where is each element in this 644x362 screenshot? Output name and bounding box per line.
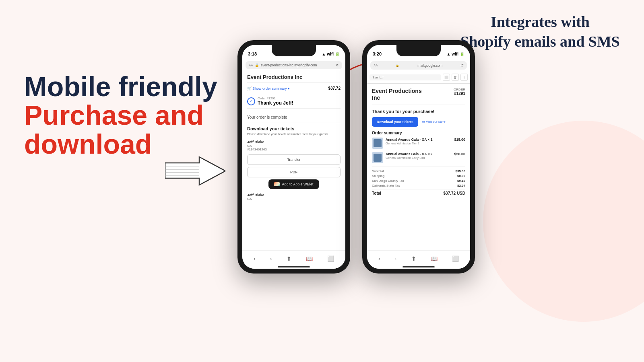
email-header: 'Event...' ⬜ 🗑 ⋮ <box>367 71 470 84</box>
item-price-2: $20.00 <box>454 152 465 156</box>
forward-btn-2[interactable]: › <box>395 255 397 262</box>
forward-btn-1[interactable]: › <box>270 255 272 262</box>
heading-line2: Purchase and <box>24 101 250 130</box>
wallet-icon <box>274 182 280 186</box>
wifi-icon-2: wifi <box>452 52 458 56</box>
order-info: Order #1291 Thank you Jeff! <box>258 97 293 106</box>
tax2-row: California State Tax $2.54 <box>372 184 465 187</box>
aa-text-2: AA <box>374 64 378 67</box>
holder-ticket-1: #1943461263 <box>247 148 341 151</box>
more-btn[interactable]: ⋮ <box>460 74 468 81</box>
bookmarks-btn-1[interactable]: 📖 <box>306 255 313 262</box>
wifi-icon: wifi <box>327 52 334 56</box>
url-bar-2[interactable]: AA 🔒 mail.google.com ↺ <box>370 61 467 70</box>
url-text-2: mail.google.com <box>417 64 442 68</box>
email-thank-you: Thank you for your purchase! <box>372 109 465 114</box>
visit-store-link[interactable]: or Visit our store <box>422 120 446 123</box>
order-item-1: Annual Awards Gala - GA × 1 General Admi… <box>372 138 465 149</box>
order-summary-link[interactable]: 🛒 Show order summary ▾ <box>247 86 290 90</box>
status-time-1: 3:18 <box>248 51 257 56</box>
email-body: Event Productions Inc ORDER #1291 Thank … <box>367 84 470 250</box>
ticket-buttons: Transfer PDF Add to Apple Wallet <box>247 154 341 189</box>
phone-screen-1: 3:18 ▲ wifi 🔋 AA 🔒 event-productions-inc… <box>242 45 345 269</box>
battery-icon-2: 🔋 <box>460 52 464 56</box>
bg-decoration <box>483 121 644 322</box>
share-btn-2[interactable]: ⬆ <box>411 255 416 262</box>
status-icons-1: ▲ wifi 🔋 <box>322 52 340 56</box>
handwriting-line1: Integrates with <box>491 13 590 30</box>
tax1-row: San Diego County Tax $0.18 <box>372 179 465 183</box>
holder-tier-1: GA <box>247 144 341 148</box>
email-brand-header: Event Productions Inc ORDER #1291 <box>372 88 465 105</box>
archive-btn[interactable]: ⬜ <box>443 74 450 81</box>
url-text-1: event-productions-inc.myshopify.com <box>261 63 317 67</box>
bookmarks-btn-2[interactable]: 📖 <box>431 255 438 262</box>
order-summary-row: 🛒 Show order summary ▾ $37.72 <box>247 86 341 90</box>
back-btn-1[interactable]: ‹ <box>254 255 256 262</box>
item-tier-1: General Admission Tier 2 <box>386 142 452 145</box>
arrow-icon <box>165 155 225 189</box>
lock-icon-2: 🔒 <box>396 64 399 67</box>
status-time-2: 3:20 <box>373 51 382 56</box>
holder-name-2: Jeff Blake GA <box>247 193 341 201</box>
order-item-2: Annual Awards Gala - GA × 2 General Admi… <box>372 152 465 163</box>
order-label: ORDER <box>454 88 465 91</box>
item-details-1: Annual Awards Gala - GA × 1 General Admi… <box>386 138 452 145</box>
lock-icon-1: 🔒 <box>255 63 259 67</box>
delete-btn[interactable]: 🗑 <box>452 74 459 81</box>
bottom-nav-1: ‹ › ⬆ 📖 ⬜ <box>242 250 345 266</box>
phone-screen-2: 3:20 ▲ wifi 🔋 AA 🔒 mail.google.com ↺ 'Ev… <box>367 45 470 269</box>
order-confirmed: ✓ Order #1291 Thank you Jeff! <box>247 94 341 109</box>
total-row: Total $37.72 USD <box>372 189 465 195</box>
order-summary-title: Order summary <box>372 131 465 135</box>
phones-container: 3:18 ▲ wifi 🔋 AA 🔒 event-productions-inc… <box>237 40 475 274</box>
thank-you-1: Thank you Jeff! <box>258 100 293 106</box>
share-btn-1[interactable]: ⬆ <box>287 255 291 262</box>
shop-header-1: Event Productions Inc <box>247 74 341 83</box>
email-subject[interactable]: 'Event...' <box>369 74 441 80</box>
download-tickets-button[interactable]: Download your tickets <box>372 117 418 127</box>
url-bar-1[interactable]: AA 🔒 event-productions-inc.myshopify.com… <box>246 61 342 69</box>
heading-line1: Mobile friendly <box>24 72 250 101</box>
email-order-num: #1291 <box>454 91 465 96</box>
signal-icon-2: ▲ <box>446 52 450 56</box>
item-thumb-2 <box>372 152 383 163</box>
check-circle: ✓ <box>247 97 255 105</box>
item-name-2: Annual Awards Gala - GA × 2 <box>386 152 452 156</box>
phone-notch-2 <box>396 45 441 56</box>
pdf-button[interactable]: PDF <box>247 167 341 177</box>
tabs-btn-1[interactable]: ⬜ <box>327 255 334 262</box>
item-details-2: Annual Awards Gala - GA × 2 General Admi… <box>386 152 452 160</box>
order-complete: Your order is complete <box>247 112 341 123</box>
tabs-btn-2[interactable]: ⬜ <box>452 255 459 262</box>
order-price: $37.72 <box>328 86 341 90</box>
wallet-button[interactable]: Add to Apple Wallet <box>268 179 319 189</box>
svg-marker-1 <box>165 157 225 185</box>
order-num: Order #1291 <box>258 97 293 100</box>
subtotal-row: Subtotal $35.00 <box>372 169 465 173</box>
item-name-1: Annual Awards Gala - GA × 1 <box>386 138 452 142</box>
signal-icon: ▲ <box>322 52 326 56</box>
item-thumb-1 <box>372 138 383 149</box>
download-section-title: Download your tickets <box>247 126 341 131</box>
home-indicator-1 <box>242 266 345 269</box>
left-text-section: Mobile friendly Purchase and download <box>24 72 250 158</box>
email-order-info: ORDER #1291 <box>454 88 465 96</box>
back-btn-2[interactable]: ‹ <box>378 255 380 262</box>
handwriting-line2: Shopify emails and SMS <box>460 33 620 50</box>
battery-icon: 🔋 <box>335 52 340 56</box>
home-bar-2 <box>402 266 435 267</box>
item-tier-2: General Admission Early Bird <box>386 156 452 160</box>
email-toolbar: 'Event...' ⬜ 🗑 ⋮ <box>369 73 468 82</box>
download-section-desc: Please download your tickets or transfer… <box>247 132 341 137</box>
shipping-row: Shipping $0.00 <box>372 174 465 178</box>
aa-text-1: AA <box>249 64 253 67</box>
transfer-button[interactable]: Transfer <box>247 154 341 165</box>
status-icons-2: ▲ wifi 🔋 <box>446 52 464 56</box>
refresh-icon-2: ↺ <box>460 63 464 68</box>
phone-2: 3:20 ▲ wifi 🔋 AA 🔒 mail.google.com ↺ 'Ev… <box>362 40 475 274</box>
holder-name-1: Jeff Blake <box>247 140 341 144</box>
bottom-nav-2: ‹ › ⬆ 📖 ⬜ <box>367 250 470 266</box>
phone-content-1: Event Productions Inc 🛒 Show order summa… <box>242 71 345 250</box>
email-brand-name: Event Productions Inc <box>372 88 422 101</box>
